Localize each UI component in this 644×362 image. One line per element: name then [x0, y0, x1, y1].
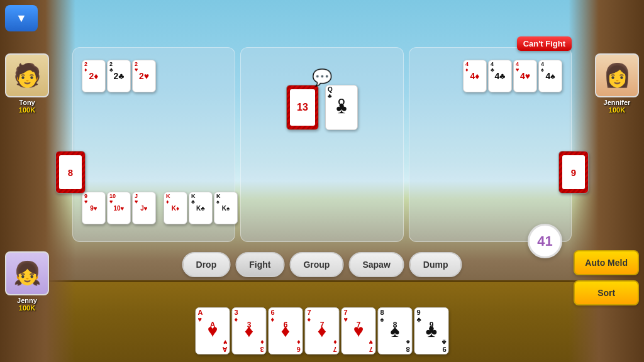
jenny-chips: 100K: [19, 304, 35, 312]
jennifer-card-4: 4♠ 4♠: [538, 60, 562, 92]
left-card-count: 8: [68, 167, 73, 178]
tony-card-3: 2♥ 2♥: [132, 60, 156, 92]
tony-meld-2-1: K♦ K♦: [164, 192, 187, 224]
hand-card-2[interactable]: 6♦ ♦ 6 6♦: [269, 307, 303, 354]
fight-button[interactable]: Fight: [235, 252, 284, 277]
tony-name: Tony: [19, 99, 35, 106]
jennifer-card-1: 4♦ 4♦: [463, 60, 487, 92]
hand-card-0[interactable]: A♥ ♥ A A♥: [196, 307, 230, 354]
tony-meld-area: 9♥ 9♥ 10♥ 10♥ J♥ J♥ K♦ K♦ K♣ K♣ K♠ K♠: [82, 192, 238, 224]
tony-card-2: 2♣ 2♣: [107, 60, 131, 92]
tony-chips: 100K: [19, 106, 35, 114]
hand-card-6[interactable]: 9♣ ♣ 9 9♣: [414, 307, 449, 354]
tony-meld-1-3: J♥ J♥: [132, 192, 156, 224]
auto-meld-button[interactable]: Auto Meld: [574, 250, 639, 275]
dump-button[interactable]: Dump: [409, 252, 462, 277]
player-jennifer: 👩 Jennifer 100K: [595, 53, 639, 114]
hand-card-4[interactable]: 7♥ ♥ 7 7♥: [341, 307, 376, 354]
jennifer-name: Jennifer: [604, 99, 631, 106]
jennifer-card-2: 4♣ 4♣: [488, 60, 512, 92]
thinking-indicator: 💬: [312, 68, 332, 87]
action-buttons-row: Drop Fight Group Sapaw Dump: [182, 252, 462, 277]
sapaw-button[interactable]: Sapaw: [348, 252, 404, 277]
cant-fight-label: Can't Fight: [523, 39, 565, 48]
tony-meld-2-3: K♠ K♠: [214, 192, 238, 224]
jennifer-card-3: 4♥ 4♥: [513, 60, 537, 92]
sort-button[interactable]: Sort: [574, 280, 639, 305]
tony-meld-2-2: K♣ K♣: [189, 192, 213, 224]
menu-button[interactable]: ▼: [5, 5, 38, 31]
right-deck-card: 9: [558, 151, 589, 194]
tony-meld-1-2: 10♥ 10♥: [107, 192, 131, 224]
hand-card-5[interactable]: 8♠ ♠ 8 8♠: [378, 307, 413, 354]
side-buttons: Auto Meld Sort: [574, 250, 639, 305]
tony-card-1: 2♦ 2♦: [82, 60, 106, 92]
jennifer-hand-cards: 4♦ 4♦ 4♣ 4♣ 4♥ 4♥ 4♠ 4♠: [463, 60, 562, 92]
deck-count: 13: [297, 102, 308, 113]
score-value: 41: [537, 233, 552, 250]
jennifer-chips: 100K: [609, 106, 625, 114]
left-deck-card: 8: [55, 151, 86, 194]
player-tony: 🧑 Tony 100K: [5, 53, 49, 114]
chevron-down-icon: ▼: [16, 12, 27, 25]
cant-fight-badge: Can't Fight: [517, 36, 572, 51]
tony-meld-1-1: 9♥ 9♥: [82, 192, 106, 224]
jenny-avatar: 👧: [5, 251, 49, 295]
discard-top-card[interactable]: Q♣ ♣ Q: [325, 85, 358, 130]
drop-button[interactable]: Drop: [182, 252, 231, 277]
score-badge: 41: [528, 224, 562, 258]
tony-avatar: 🧑: [5, 53, 49, 97]
player-jenny: 👧 Jenny 100K: [5, 251, 49, 312]
deck-pile[interactable]: 13: [286, 85, 319, 130]
hand-card-1[interactable]: 3♦ ♦ 3 3♦: [232, 307, 267, 354]
tony-hand-cards: 2♦ 2♦ 2♣ 2♣ 2♥ 2♥: [82, 60, 156, 92]
jenny-name: Jenny: [17, 297, 37, 304]
hand-card-3[interactable]: 7♦ ♦ 7 7♦: [305, 307, 340, 354]
player-hand: A♥ ♥ A A♥ 3♦ ♦ 3 3♦ 6♦ ♦ 6 6♦ 7♦ ♦ 7 7♦ …: [196, 307, 449, 354]
jennifer-avatar: 👩: [595, 53, 639, 97]
group-button[interactable]: Group: [289, 252, 343, 277]
right-card-count: 9: [571, 167, 576, 178]
